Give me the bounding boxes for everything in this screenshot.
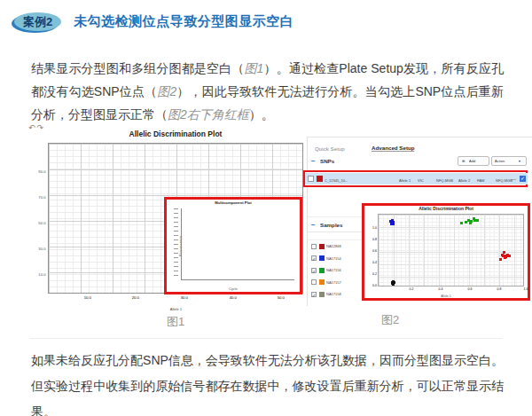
text-segment: ）。	[249, 107, 274, 122]
snp-selected-checkbox[interactable]: ✓	[520, 176, 526, 182]
xtick-label: 0.2	[410, 287, 414, 291]
tab-advanced-setup[interactable]: Advanced Setup	[372, 145, 415, 151]
sample-color-swatch	[319, 244, 325, 249]
sample-name: NA17154	[326, 256, 341, 260]
row-cell: VIC	[418, 171, 436, 187]
snp-table-row[interactable]: C_12345_10...Allele 1VICNFQ-MGBAllele 2F…	[305, 173, 528, 184]
ad-plot-xticks: 0.20.40.60.81.0	[378, 287, 524, 293]
sample-name: NA12868	[326, 245, 341, 248]
figure1-toolbar: ↶↷	[28, 123, 45, 132]
ytick-label: 10.0	[38, 272, 45, 277]
text-segment: 图2右下角红框	[168, 107, 249, 122]
ytick-label: 0.6	[372, 249, 377, 253]
ytick-label: 0.0	[372, 284, 377, 287]
scatter-point	[507, 255, 510, 257]
sample-row[interactable]: ✓NA17158	[308, 288, 362, 301]
sample-color-swatch	[319, 292, 325, 297]
row-cell	[378, 171, 399, 187]
collapse-icon[interactable]: −	[311, 157, 320, 165]
sample-checkbox[interactable]	[311, 279, 317, 285]
redo-icon[interactable]: ↷	[37, 123, 46, 132]
ytick-label: 30.0	[38, 247, 45, 251]
sample-name: NA17157	[326, 280, 341, 284]
add-icon: ⊞	[462, 159, 465, 162]
xtick-label: 40.0	[229, 295, 236, 300]
text-segment: 结果显示分型图和多组分图都是空白（	[31, 61, 244, 75]
figure2-screenshot: Quick Setup Advanced Setup − SNPs ⊞Add A…	[307, 137, 532, 306]
scatter-point	[391, 221, 394, 224]
ytick-label: 0.8	[372, 238, 377, 241]
snps-label: SNPs	[320, 158, 334, 164]
setup-tabs: Quick Setup Advanced Setup	[315, 143, 442, 153]
scatter-point	[501, 254, 504, 256]
sample-row[interactable]: NA12868	[308, 240, 362, 253]
inset-title: Multicomponent Plot	[206, 200, 262, 205]
sample-checkbox[interactable]: ✓	[311, 255, 317, 261]
undo-icon[interactable]: ↶	[28, 123, 37, 132]
snp-color-swatch	[317, 176, 323, 182]
ytick-label: 0.4	[372, 261, 377, 264]
inset-xlabel: Cycle	[208, 287, 259, 291]
samples-label: Samples	[320, 222, 343, 228]
ytick-label: 90.0	[38, 169, 45, 174]
sample-checkbox[interactable]: ✓	[311, 292, 317, 297]
sample-row[interactable]: ✓NA17154	[308, 253, 362, 265]
scatter-point	[476, 219, 479, 222]
header: 案例2 未勾选检测位点导致分型图显示空白	[14, 12, 293, 31]
text-segment: 图2	[157, 84, 176, 98]
caret-down-icon: ▾	[519, 159, 520, 162]
xtick-label: 0.4	[439, 287, 443, 291]
fig2-caption: 图2	[381, 312, 399, 328]
row-cell: NFQ-MGB	[436, 171, 458, 187]
row-cell: FAM	[477, 171, 496, 187]
xtick-label: 0.8	[497, 287, 502, 291]
inset-ytick-marks	[174, 208, 178, 279]
snp-row-checkbox[interactable]	[308, 176, 314, 182]
inset-xaxis-line	[181, 279, 294, 280]
xtick-label: 20.0	[132, 295, 139, 300]
sample-color-swatch	[319, 279, 325, 285]
case-badge: 案例2	[14, 12, 61, 31]
snp-row-dash: —	[511, 177, 516, 182]
fig1-yticks: 90.070.050.030.010.0	[25, 143, 45, 294]
samples-list: NA12868✓NA17154✓NA17156NA17157✓NA17158	[308, 240, 362, 301]
closing-paragraph: 如果未给反应孔分配SNP信息，会导致软件无法分析该孔数据，因而分型图显示空白。但…	[31, 348, 504, 416]
sample-checkbox[interactable]: ✓	[311, 268, 317, 273]
ytick-label: 50.0	[38, 221, 45, 225]
sample-name: NA17158	[326, 293, 341, 296]
text-segment: 图1	[244, 61, 263, 75]
ytick-label: 0.2	[372, 272, 377, 276]
row-cell: Allele 1	[399, 171, 418, 187]
scatter-point	[473, 217, 475, 220]
row-cell	[355, 171, 378, 187]
row-cell: C_12345_10...	[325, 171, 355, 187]
xtick-label: 10.0	[83, 295, 90, 300]
page: 案例2 未勾选检测位点导致分型图显示空白 结果显示分型图和多组分图都是空白（图1…	[0, 0, 532, 416]
add-button[interactable]: ⊞Add	[458, 156, 489, 166]
ad-scatter-plot	[378, 214, 524, 286]
inset-yaxis-line	[181, 208, 182, 280]
page-title: 未勾选检测位点导致分型图显示空白	[74, 13, 293, 30]
samples-panel: − Samples NA12868✓NA17154✓NA17156NA17157…	[308, 216, 362, 307]
ytick-label: 70.0	[38, 195, 45, 200]
samples-section-header: − Samples	[308, 217, 362, 232]
sample-checkbox[interactable]	[311, 244, 317, 249]
intro-paragraph: 结果显示分型图和多组分图都是空白（图1）。通过检查Plate Setup发现，所…	[31, 57, 504, 126]
collapse-icon[interactable]: −	[311, 221, 320, 229]
sample-row[interactable]: NA17157	[308, 277, 362, 289]
scatter-point	[469, 222, 472, 224]
tab-quick-setup[interactable]: Quick Setup	[315, 145, 345, 152]
xtick-label: 0.6	[468, 287, 473, 291]
action-button[interactable]: Action▾	[491, 156, 527, 166]
ad-plot-xlabel: Allele 1	[418, 294, 474, 298]
sample-row[interactable]: ✓NA17156	[308, 264, 362, 277]
xtick-label: 50.0	[278, 295, 285, 300]
xtick-label: 30.0	[181, 295, 188, 300]
sample-name: NA17156	[326, 269, 341, 272]
ad-plot-title: Allelic Discrimination Plot	[405, 206, 487, 211]
fig1-plot-title: Allelic Discrimination Plot	[48, 130, 303, 138]
xtick-label: 1.0	[524, 287, 528, 291]
sample-color-swatch	[319, 268, 325, 273]
sample-color-swatch	[319, 255, 325, 261]
snps-section-header: − SNPs ⊞Add Action▾	[311, 155, 528, 167]
